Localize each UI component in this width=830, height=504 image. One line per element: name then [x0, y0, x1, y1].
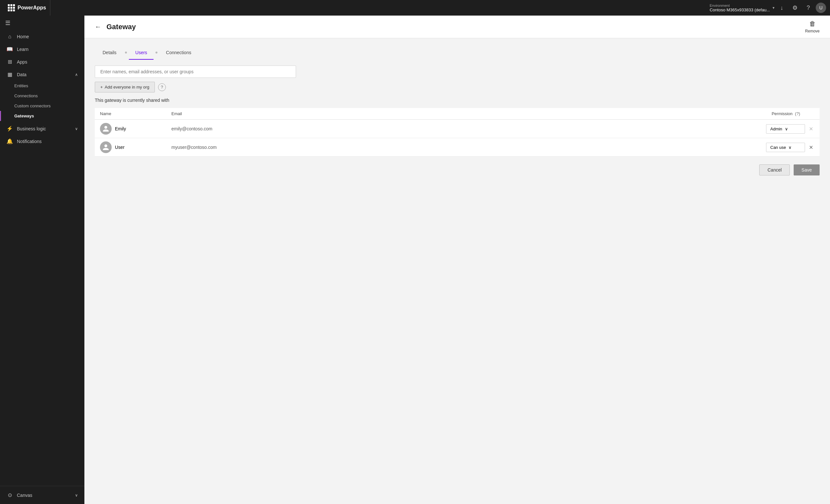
- download-icon[interactable]: ↓: [777, 4, 787, 11]
- permission-header-label: Permission: [772, 111, 792, 116]
- shared-with-label: This gateway is currently shared with: [95, 98, 820, 103]
- emily-dropdown-chevron-icon: ∨: [785, 127, 788, 131]
- settings-icon[interactable]: ⚙: [789, 4, 801, 11]
- permission-dropdown-user[interactable]: Can use ∨: [766, 143, 805, 152]
- notifications-icon: 🔔: [6, 138, 13, 144]
- sidebar-item-gateways[interactable]: Gateways: [0, 111, 85, 121]
- environment-selector[interactable]: Environment Contoso M365x933833 (defau..…: [709, 4, 774, 12]
- app-name: PowerApps: [18, 5, 46, 11]
- user-permission-emily: Admin ∨ ✕: [484, 120, 820, 138]
- canvas-icon: ⊙: [6, 492, 13, 498]
- remove-label: Remove: [805, 29, 820, 33]
- page-title: Gateway: [106, 23, 136, 31]
- hamburger-menu[interactable]: ☰: [0, 15, 85, 31]
- content-area: ← Gateway 🗑 Remove Details Users: [85, 15, 830, 504]
- env-chevron-icon: ▾: [772, 5, 774, 10]
- remove-emily-button[interactable]: ✕: [808, 125, 815, 133]
- sidebar-item-business-logic[interactable]: ⚡ Business logic ∨: [0, 122, 85, 135]
- avatar[interactable]: U: [816, 3, 826, 13]
- sidebar-notifications-label: Notifications: [17, 139, 41, 144]
- permission-dropdown-emily[interactable]: Admin ∨: [766, 124, 805, 134]
- add-everyone-help-icon: ?: [161, 85, 163, 90]
- tab-users[interactable]: Users: [129, 46, 154, 60]
- help-icon[interactable]: ?: [803, 4, 813, 11]
- sidebar-item-learn-label: Learn: [17, 47, 29, 52]
- emily-permission-value: Admin: [770, 127, 782, 131]
- business-logic-icon: ⚡: [6, 126, 13, 132]
- sidebar-item-home[interactable]: ⌂ Home: [0, 31, 85, 43]
- learn-icon: 📖: [6, 46, 13, 52]
- tabs: Details Users Connections: [95, 46, 820, 59]
- sidebar-item-custom-connectors[interactable]: Custom connectors: [0, 101, 85, 111]
- tab-dot-1: [125, 52, 127, 54]
- sidebar-item-apps-label: Apps: [17, 59, 27, 65]
- user-permission-value: Can use: [770, 145, 786, 150]
- add-everyone-label: Add everyone in my org: [105, 85, 149, 90]
- table-row: User myuser@contoso.com Can use ∨: [95, 138, 820, 157]
- content-header: ← Gateway 🗑 Remove: [85, 15, 830, 38]
- remove-user-button[interactable]: ✕: [808, 144, 815, 151]
- tab-connections[interactable]: Connections: [159, 46, 198, 59]
- environment-label: Environment: [709, 4, 770, 7]
- topbar-logo: PowerApps: [4, 0, 50, 15]
- user-name-user: User: [115, 145, 125, 150]
- remove-button[interactable]: 🗑 Remove: [805, 20, 820, 33]
- sidebar: ☰ ⌂ Home 📖 Learn ⊞ Apps ▦ Data ∧ Entitie…: [0, 15, 85, 504]
- user-name-emily: Emily: [115, 126, 126, 131]
- sidebar-business-logic-label: Business logic: [17, 126, 46, 131]
- plus-icon: +: [100, 85, 103, 90]
- sidebar-item-canvas[interactable]: ⊙ Canvas ∨: [0, 489, 85, 501]
- data-chevron-icon: ∧: [75, 72, 78, 77]
- sidebar-item-apps[interactable]: ⊞ Apps: [0, 56, 85, 68]
- add-everyone-button[interactable]: + Add everyone in my org: [95, 82, 155, 93]
- table-header-row: Name Email Permission (?): [95, 108, 820, 120]
- footer-actions: Cancel Save: [95, 164, 820, 175]
- col-email-header: Email: [166, 108, 484, 120]
- tab-dot-2: [156, 52, 157, 54]
- trash-icon: 🗑: [809, 20, 816, 28]
- sidebar-footer: ⊙ Canvas ∨: [0, 486, 85, 504]
- user-dropdown-chevron-icon: ∨: [789, 145, 792, 150]
- sidebar-connections-label: Connections: [14, 93, 38, 98]
- sidebar-item-notifications[interactable]: 🔔 Notifications: [0, 135, 85, 147]
- tab-users-label: Users: [135, 50, 147, 55]
- col-permission-header: Permission (?): [484, 108, 820, 120]
- data-icon: ▦: [6, 71, 13, 77]
- sidebar-item-entities[interactable]: Entities: [0, 81, 85, 91]
- sidebar-item-home-label: Home: [17, 34, 29, 39]
- col-name-header: Name: [95, 108, 166, 120]
- sidebar-canvas-label: Canvas: [17, 493, 32, 498]
- home-icon: ⌂: [6, 34, 13, 40]
- sidebar-item-data[interactable]: ▦ Data ∧: [0, 68, 85, 81]
- sidebar-gateways-label: Gateways: [14, 113, 34, 119]
- permission-help-icon[interactable]: (?): [795, 111, 800, 116]
- sidebar-item-data-label: Data: [17, 72, 27, 77]
- apps-icon: ⊞: [6, 59, 13, 65]
- app-grid-icon[interactable]: [8, 4, 15, 11]
- user-email-user: myuser@contoso.com: [166, 138, 484, 157]
- user-permission-user: Can use ∨ ✕: [484, 138, 820, 157]
- add-everyone-help-button[interactable]: ?: [158, 83, 166, 91]
- sidebar-entities-label: Entities: [14, 83, 28, 88]
- sidebar-item-connections[interactable]: Connections: [0, 91, 85, 101]
- table-row: Emily emily@contoso.com Admin ∨: [95, 120, 820, 138]
- back-button[interactable]: ←: [95, 23, 101, 31]
- tab-details[interactable]: Details: [96, 46, 123, 59]
- user-email-emily: emily@contoso.com: [166, 120, 484, 138]
- add-everyone-row: + Add everyone in my org ?: [95, 82, 820, 93]
- user-avatar-emily: [100, 123, 111, 135]
- sidebar-item-learn[interactable]: 📖 Learn: [0, 43, 85, 56]
- content-body: Details Users Connections + Add everyone…: [85, 38, 830, 504]
- tab-connections-label: Connections: [166, 50, 191, 55]
- users-table: Name Email Permission (?): [95, 108, 820, 157]
- search-input[interactable]: [95, 66, 296, 78]
- business-logic-chevron-icon: ∨: [75, 127, 78, 131]
- canvas-chevron-icon: ∨: [75, 493, 78, 498]
- user-name-cell: Emily: [95, 120, 166, 138]
- cancel-button[interactable]: Cancel: [759, 164, 790, 175]
- user-name-cell: User: [95, 138, 166, 157]
- tab-details-label: Details: [103, 50, 117, 55]
- save-button[interactable]: Save: [794, 164, 820, 175]
- sidebar-custom-connectors-label: Custom connectors: [14, 103, 51, 108]
- environment-value: Contoso M365x933833 (defau...: [709, 7, 770, 12]
